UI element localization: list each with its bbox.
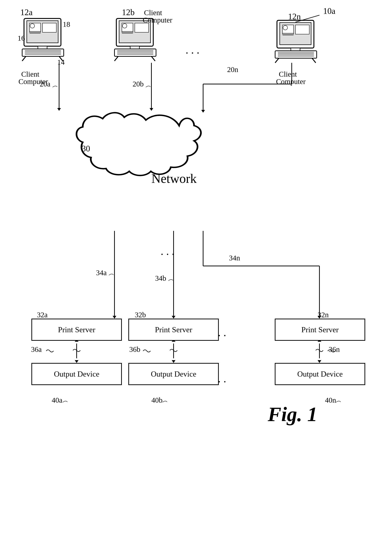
svg-text:34b: 34b xyxy=(155,274,166,283)
svg-text:34n: 34n xyxy=(229,254,240,262)
svg-text:32b: 32b xyxy=(135,311,146,319)
output-device-n-label: Output Device xyxy=(297,370,343,379)
print-server-a-label: Print Server xyxy=(58,325,95,334)
svg-marker-50 xyxy=(150,108,153,111)
print-server-a: Print Server xyxy=(31,319,122,341)
svg-marker-48 xyxy=(57,108,61,111)
svg-point-35 xyxy=(283,25,287,30)
svg-rect-32 xyxy=(277,20,314,48)
svg-text:20a: 20a xyxy=(40,80,50,88)
output-device-a: Output Device xyxy=(31,363,122,385)
svg-text:20n: 20n xyxy=(227,65,238,74)
svg-point-5 xyxy=(30,24,34,28)
svg-text:Computer: Computer xyxy=(143,16,172,24)
svg-rect-9 xyxy=(38,46,47,49)
svg-text:Client: Client xyxy=(279,70,297,78)
svg-text:32n: 32n xyxy=(318,311,329,319)
svg-text:36a: 36a xyxy=(31,345,42,354)
output-device-a-label: Output Device xyxy=(54,370,99,379)
svg-rect-4 xyxy=(29,23,41,32)
svg-rect-39 xyxy=(291,48,300,51)
print-server-n-label: Print Server xyxy=(301,325,339,334)
svg-line-72 xyxy=(295,15,319,22)
svg-text:20b: 20b xyxy=(133,80,144,88)
output-device-n: Output Device xyxy=(275,363,365,385)
svg-text:. . .: . . . xyxy=(185,44,199,56)
svg-text:Fig. 1: Fig. 1 xyxy=(268,403,317,425)
svg-rect-8 xyxy=(42,23,56,32)
svg-text:14: 14 xyxy=(57,58,65,66)
svg-rect-2 xyxy=(24,18,61,46)
svg-rect-10 xyxy=(22,49,64,56)
svg-marker-62 xyxy=(318,316,321,319)
print-server-b-label: Print Server xyxy=(155,325,192,334)
svg-text:. . .: . . . xyxy=(161,245,174,257)
svg-text:36b: 36b xyxy=(129,345,140,354)
svg-text:40a: 40a xyxy=(52,396,62,404)
svg-line-30 xyxy=(114,56,118,61)
svg-marker-58 xyxy=(172,316,175,319)
svg-rect-17 xyxy=(116,18,153,46)
svg-text:34a: 34a xyxy=(96,269,107,277)
output-device-b-label: Output Device xyxy=(151,370,196,379)
svg-text:12n: 12n xyxy=(288,12,301,21)
svg-rect-3 xyxy=(27,21,58,43)
output-device-b: Output Device xyxy=(128,363,219,385)
svg-point-20 xyxy=(123,24,127,28)
svg-rect-24 xyxy=(130,46,140,49)
svg-line-16 xyxy=(59,56,63,61)
svg-rect-25 xyxy=(114,49,156,56)
svg-text:Client: Client xyxy=(21,70,39,78)
svg-rect-19 xyxy=(122,23,133,32)
svg-text:Network: Network xyxy=(151,171,197,186)
diagram: 10a 12a 18 16 14 12b Client Computer 12n… xyxy=(0,0,392,543)
svg-text:36n: 36n xyxy=(329,345,340,354)
svg-marker-56 xyxy=(113,316,116,319)
svg-text:Computer: Computer xyxy=(276,77,306,86)
print-server-n: Print Server xyxy=(275,319,365,341)
svg-marker-71 xyxy=(318,360,321,363)
svg-marker-54 xyxy=(201,110,205,113)
svg-text:40n: 40n xyxy=(325,396,336,404)
svg-rect-34 xyxy=(282,25,294,34)
svg-rect-18 xyxy=(119,21,151,43)
svg-line-31 xyxy=(151,56,155,61)
svg-rect-38 xyxy=(295,25,309,34)
print-server-b: Print Server xyxy=(128,319,219,341)
svg-rect-33 xyxy=(280,23,311,45)
svg-line-45 xyxy=(275,58,279,63)
svg-rect-23 xyxy=(135,23,149,32)
svg-rect-40 xyxy=(275,51,317,58)
svg-line-15 xyxy=(22,56,26,61)
svg-text:30: 30 xyxy=(82,144,90,153)
svg-marker-65 xyxy=(75,360,78,363)
svg-text:18: 18 xyxy=(63,20,70,28)
svg-text:Computer: Computer xyxy=(18,77,48,86)
svg-marker-68 xyxy=(172,360,175,363)
svg-line-46 xyxy=(312,58,316,63)
svg-text:16: 16 xyxy=(17,34,25,42)
svg-text:12a: 12a xyxy=(20,8,33,17)
svg-text:32a: 32a xyxy=(37,311,48,319)
svg-text:10a: 10a xyxy=(323,6,335,16)
svg-text:40b: 40b xyxy=(151,396,162,404)
svg-text:12b: 12b xyxy=(122,8,134,17)
svg-text:Client: Client xyxy=(144,8,162,17)
